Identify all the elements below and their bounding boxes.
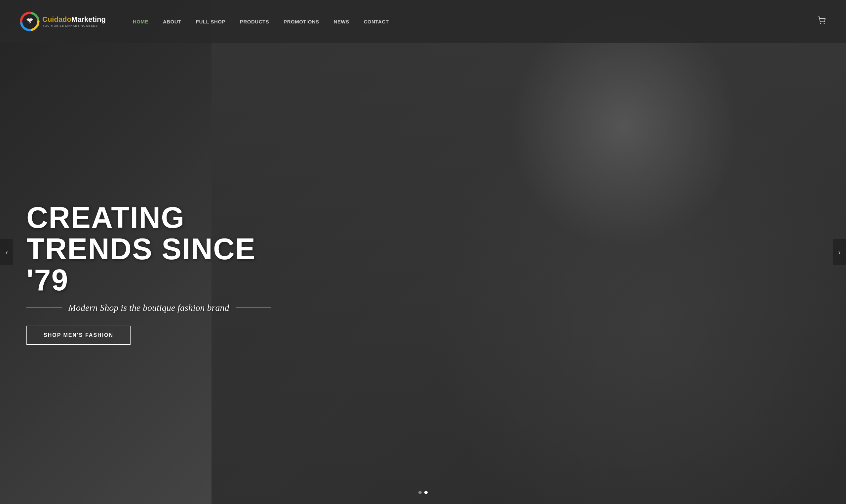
nav-link-contact[interactable]: CONTACT bbox=[356, 16, 396, 27]
svg-point-2 bbox=[824, 23, 825, 24]
chevron-left-icon: ‹ bbox=[6, 248, 8, 256]
slider-dots bbox=[418, 491, 428, 494]
cart-icon[interactable] bbox=[817, 17, 826, 26]
hero-cta-button[interactable]: SHOP MEN'S FASHION bbox=[27, 326, 130, 345]
nav-link-promotions[interactable]: PROMOTIONS bbox=[276, 16, 327, 27]
nav-link-products[interactable]: PRODUCTS bbox=[233, 16, 276, 27]
hero-subtitle: Modern Shop is the boutique fashion bran… bbox=[62, 303, 236, 313]
logo-link[interactable]: CuidadoMarketing YOU MOBILE MARKETINGNEE… bbox=[20, 12, 106, 31]
nav-item-about[interactable]: ABOUT bbox=[156, 16, 189, 27]
divider-line-right bbox=[236, 307, 271, 308]
logo-marketing: Marketing bbox=[71, 15, 106, 23]
svg-point-1 bbox=[820, 23, 821, 24]
logo-cuidado: Cuidado bbox=[42, 15, 71, 23]
nav-item-promotions[interactable]: PROMOTIONS bbox=[276, 16, 327, 27]
slider-dot-2[interactable] bbox=[424, 491, 428, 494]
divider-line-left bbox=[27, 307, 62, 308]
nav-link-fullshop[interactable]: FULL SHOP bbox=[189, 16, 233, 27]
logo-icon bbox=[20, 12, 40, 31]
chevron-right-icon: › bbox=[839, 248, 841, 256]
hero-section: CuidadoMarketing YOU MOBILE MARKETINGNEE… bbox=[0, 0, 846, 504]
slider-next-button[interactable]: › bbox=[833, 239, 846, 265]
nav-links: HOME ABOUT FULL SHOP PRODUCTS PROMOTIONS… bbox=[126, 16, 817, 27]
hero-divider: Modern Shop is the boutique fashion bran… bbox=[27, 303, 271, 313]
nav-item-home[interactable]: HOME bbox=[126, 16, 156, 27]
slider-prev-button[interactable]: ‹ bbox=[0, 239, 13, 265]
slider-dot-1[interactable] bbox=[418, 491, 422, 494]
hero-content: CREATING TRENDS SINCE '79 Modern Shop is… bbox=[0, 43, 297, 504]
navbar: CuidadoMarketing YOU MOBILE MARKETINGNEE… bbox=[0, 0, 846, 43]
nav-item-products[interactable]: PRODUCTS bbox=[233, 16, 276, 27]
logo-text: CuidadoMarketing YOU MOBILE MARKETINGNEE… bbox=[42, 16, 106, 28]
nav-link-news[interactable]: NEWS bbox=[327, 16, 356, 27]
nav-link-about[interactable]: ABOUT bbox=[156, 16, 189, 27]
nav-link-home[interactable]: HOME bbox=[126, 16, 156, 27]
nav-item-contact[interactable]: CONTACT bbox=[356, 16, 396, 27]
nav-item-fullshop[interactable]: FULL SHOP bbox=[189, 16, 233, 27]
hero-title: CREATING TRENDS SINCE '79 bbox=[27, 202, 271, 296]
logo-name: CuidadoMarketing bbox=[42, 16, 106, 23]
logo-tagline: YOU MOBILE MARKETINGNEEDS bbox=[42, 24, 106, 28]
nav-item-news[interactable]: NEWS bbox=[327, 16, 356, 27]
